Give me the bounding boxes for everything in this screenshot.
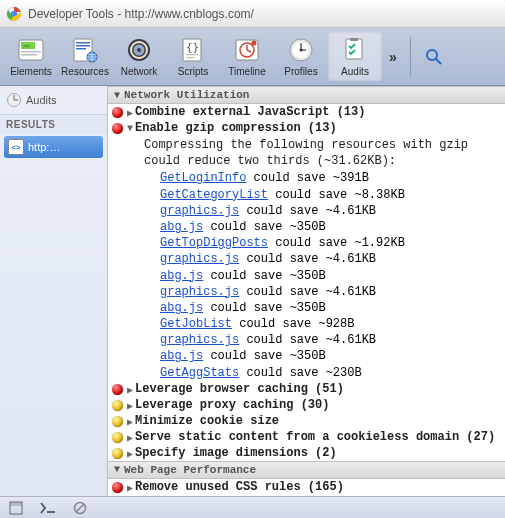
svg-rect-31: [346, 39, 362, 59]
console-icon[interactable]: [38, 500, 58, 516]
audits-content: ▼ Network Utilization ▶ Combine external…: [108, 86, 505, 496]
svg-rect-10: [76, 48, 86, 50]
chevron-right-icon: ▶: [127, 400, 133, 412]
expand-icon[interactable]: [6, 500, 26, 516]
svg-rect-19: [186, 54, 198, 55]
svg-line-42: [76, 504, 84, 512]
gzip-resource-row: abg.js could save ~350B: [108, 219, 505, 235]
severity-dot-red: [112, 107, 123, 118]
gzip-resource-row: GetTopDiggPosts could save ~1.92KB: [108, 235, 505, 251]
chevron-right-icon: ▶: [127, 482, 133, 494]
gzip-resource-row: abg.js could save ~350B: [108, 300, 505, 316]
resource-savings-text: could save ~391B: [246, 171, 368, 185]
svg-rect-5: [21, 51, 41, 53]
resource-link[interactable]: GetJobList: [160, 317, 232, 331]
chevron-down-icon: ▼: [114, 464, 120, 475]
gzip-resource-row: graphics.js could save ~4.61KB: [108, 251, 505, 267]
gzip-resource-row: graphics.js could save ~4.61KB: [108, 284, 505, 300]
sidebar-item-result[interactable]: <> http:…: [4, 136, 103, 158]
resources-icon: [58, 36, 112, 64]
svg-line-34: [436, 59, 441, 64]
chevron-right-icon: ▶: [127, 384, 133, 396]
resource-savings-text: could save ~350B: [203, 301, 325, 315]
resource-savings-text: could save ~4.61KB: [239, 204, 376, 218]
svg-point-30: [300, 49, 303, 52]
tab-scripts[interactable]: {} Scripts: [166, 32, 220, 81]
resource-savings-text: could save ~4.61KB: [239, 252, 376, 266]
audit-cookie-size[interactable]: ▶ Minimize cookie size: [108, 413, 505, 429]
sidebar-section-results: RESULTS: [0, 115, 107, 134]
network-icon: [112, 36, 166, 64]
window-title: Developer Tools - http://www.cnblogs.com…: [28, 7, 254, 21]
tab-elements[interactable]: <> Elements: [4, 32, 58, 81]
audit-gzip[interactable]: ▼ Enable gzip compression (13): [108, 120, 505, 136]
resource-savings-text: could save ~350B: [203, 269, 325, 283]
resource-savings-text: could save ~4.61KB: [239, 285, 376, 299]
gzip-resource-row: graphics.js could save ~4.61KB: [108, 203, 505, 219]
section-network-utilization[interactable]: ▼ Network Utilization: [108, 86, 505, 104]
resource-savings-text: could save ~1.92KB: [268, 236, 405, 250]
tab-audits[interactable]: Audits: [328, 32, 382, 81]
audit-unused-css[interactable]: ▶ Remove unused CSS rules (165): [108, 479, 505, 495]
severity-dot-yellow: [112, 400, 123, 411]
resource-link[interactable]: graphics.js: [160, 204, 239, 218]
severity-dot-red: [112, 384, 123, 395]
resource-savings-text: could save ~928B: [232, 317, 354, 331]
tab-resources[interactable]: Resources: [58, 32, 112, 81]
svg-rect-6: [21, 54, 37, 56]
gzip-resource-row: abg.js could save ~350B: [108, 268, 505, 284]
timeline-icon: [220, 36, 274, 64]
resource-link[interactable]: graphics.js: [160, 252, 239, 266]
gzip-detail-text: Compressing the following resources with…: [108, 136, 505, 170]
gzip-resource-row: GetJobList could save ~928B: [108, 316, 505, 332]
audit-img-dimensions[interactable]: ▶ Specify image dimensions (2): [108, 445, 505, 461]
svg-point-16: [137, 48, 141, 52]
elements-icon: <>: [4, 36, 58, 64]
chrome-icon: [6, 6, 22, 22]
toolbar-overflow-button[interactable]: »: [382, 49, 404, 65]
resource-link[interactable]: graphics.js: [160, 333, 239, 347]
audit-cookieless[interactable]: ▶ Serve static content from a cookieless…: [108, 429, 505, 445]
audit-browser-cache[interactable]: ▶ Leverage browser caching (51): [108, 381, 505, 397]
resource-link[interactable]: GetLoginInfo: [160, 171, 246, 185]
gzip-resource-row: GetLoginInfo could save ~391B: [108, 170, 505, 186]
clear-icon[interactable]: [70, 500, 90, 516]
chevron-right-icon: ▶: [127, 107, 133, 119]
tab-timeline[interactable]: Timeline: [220, 32, 274, 81]
devtools-toolbar: <> Elements Resources Network {} Scripts…: [0, 28, 505, 86]
profiles-icon: [274, 36, 328, 64]
tab-network[interactable]: Network: [112, 32, 166, 81]
audits-sidebar: Audits RESULTS <> http:…: [0, 86, 108, 496]
audit-combine-js[interactable]: ▶ Combine external JavaScript (13): [108, 104, 505, 120]
svg-point-25: [252, 41, 257, 46]
status-bar: [0, 496, 505, 518]
chevron-right-icon: ▶: [127, 416, 133, 428]
resource-link[interactable]: GetCategoryList: [160, 188, 268, 202]
main-area: Audits RESULTS <> http:… ▼ Network Utili…: [0, 86, 505, 496]
resource-link[interactable]: graphics.js: [160, 285, 239, 299]
window-titlebar: Developer Tools - http://www.cnblogs.com…: [0, 0, 505, 28]
svg-rect-8: [76, 42, 90, 44]
severity-dot-red: [112, 482, 123, 493]
audit-proxy-cache[interactable]: ▶ Leverage proxy caching (30): [108, 397, 505, 413]
svg-rect-9: [76, 45, 90, 47]
resource-savings-text: could save ~8.38KB: [268, 188, 405, 202]
gzip-resource-row: graphics.js could save ~4.61KB: [108, 332, 505, 348]
gzip-resource-row: GetAggStats could save ~230B: [108, 365, 505, 381]
gzip-resource-row: GetCategoryList could save ~8.38KB: [108, 187, 505, 203]
resource-savings-text: could save ~350B: [203, 220, 325, 234]
search-icon[interactable]: [425, 48, 443, 66]
scripts-icon: {}: [166, 36, 220, 64]
section-web-page-performance[interactable]: ▼ Web Page Performance: [108, 461, 505, 479]
sidebar-header[interactable]: Audits: [0, 86, 107, 115]
resource-link[interactable]: abg.js: [160, 301, 203, 315]
resource-link[interactable]: abg.js: [160, 269, 203, 283]
resource-link[interactable]: abg.js: [160, 349, 203, 363]
resource-link[interactable]: GetTopDiggPosts: [160, 236, 268, 250]
svg-text:<>: <>: [23, 42, 31, 49]
tab-profiles[interactable]: Profiles: [274, 32, 328, 81]
chevron-right-icon: ▶: [127, 432, 133, 444]
resource-link[interactable]: abg.js: [160, 220, 203, 234]
resource-savings-text: could save ~4.61KB: [239, 333, 376, 347]
resource-link[interactable]: GetAggStats: [160, 366, 239, 380]
